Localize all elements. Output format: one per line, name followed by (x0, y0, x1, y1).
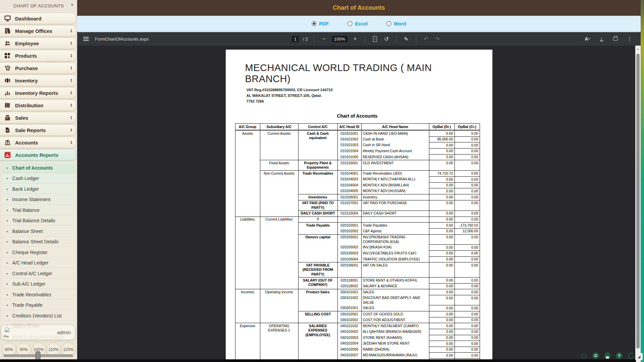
cell-dr: 0.00 (429, 278, 454, 284)
submenu-item-trade-receivables[interactable]: ▸Trade Receivables (2, 289, 75, 300)
submenu-item-trial-balance-details[interactable]: ▸Trial Balance Details (2, 216, 75, 226)
submenu-item-a-c-head-ledger[interactable]: ▸A/C Head Ledger (2, 258, 75, 268)
submenu-item-balance-sheet[interactable]: ▸Balance Sheet (2, 226, 75, 237)
table-row: ExpensesOPERATING EXPENSES 1SALARIES EXP… (235, 323, 480, 329)
zoom-level-input[interactable]: 100% (332, 36, 347, 42)
submenu-item-creditors-vendors-list[interactable]: ▸Creditors (Vendors) List (2, 310, 75, 321)
cell-dr: 0.00 (429, 335, 454, 341)
scrollbar-thumb[interactable] (636, 54, 640, 349)
refresh-icon[interactable] (627, 352, 635, 359)
zoom-out-button[interactable]: − (320, 35, 328, 43)
page-number-input[interactable]: 1 (292, 36, 299, 42)
cell-group: Incomes (235, 289, 260, 323)
table-column-header: A/C Head ID (337, 124, 361, 130)
cell-cr: 0.00 (454, 160, 480, 171)
format-radio-word[interactable]: Word (386, 21, 406, 26)
sidebar-item-dashboard[interactable]: Dashboard (0, 13, 76, 24)
annotate-pen-icon[interactable]: ✎ (402, 35, 410, 43)
switch-icon[interactable] (592, 352, 599, 359)
cell-id: 010104001 (337, 171, 361, 177)
cell-name: DAILY CASH SHORT (361, 210, 429, 217)
submenu-item-trade-payable[interactable]: ▸Trade Payable (2, 300, 75, 311)
radio-icon[interactable] (347, 21, 353, 26)
help-icon[interactable]: ? (615, 352, 623, 359)
cell-cr: 0.00 (454, 353, 480, 359)
sidebar-item-inventory-reports[interactable]: Inventory Reports▲▼ (0, 87, 76, 99)
cell-id: 020102001 (337, 223, 361, 229)
sidebar-item-employee[interactable]: Employee▲▼ (0, 38, 76, 49)
radio-icon[interactable] (312, 21, 317, 26)
sidebar-item-accounts[interactable]: Accounts▲▼ (0, 137, 76, 148)
expand-collapse-icon: ▲▼ (70, 41, 72, 45)
sidebar-header[interactable]: CHART OF ACCOUNTS ▼ (0, 0, 77, 11)
table-column-header: A/C Head Name (361, 124, 429, 130)
cell-id (337, 217, 361, 223)
cell-cr: 0.00 (454, 171, 480, 177)
page-titlebar: Chart of Accounts (77, 0, 641, 16)
text-annotation-icon[interactable]: A+ (584, 35, 591, 43)
cell-cr: 0.00 (454, 182, 480, 188)
table-row: Non-Current AssetsTrade Receivables01010… (235, 171, 480, 177)
user-profile-bar[interactable]: Pho admin (1, 325, 75, 340)
format-radio-excel[interactable]: Excel (347, 21, 368, 26)
submenu-item-cash-ledger[interactable]: ▸Cash Ledger (2, 173, 75, 184)
submenu-item-label: Chart of Accounts (12, 165, 53, 171)
cell-cr: 0.00 (454, 234, 480, 245)
submenu-item-label: Cheque Register (12, 250, 48, 255)
sidebar-item-distribution[interactable]: Distribution▲▼ (0, 100, 76, 111)
sidebar-item-sales[interactable]: Sales▲▼ (0, 112, 76, 123)
ui-zoom-slider[interactable] (3, 354, 73, 357)
menu-icon[interactable] (83, 37, 89, 41)
cell-cr: 0.00 (454, 250, 480, 256)
sidebar-item-sale-reports[interactable]: Sale Reports▲▼ (0, 124, 76, 136)
power-icon[interactable] (580, 352, 588, 359)
toolbar-divider (365, 36, 365, 42)
printer-icon[interactable] (604, 352, 611, 359)
submenu-arrow-icon: ▸ (7, 166, 8, 170)
expand-collapse-icon: ▲▼ (70, 140, 72, 144)
sidebar-item-products[interactable]: Products▲▼ (0, 50, 76, 61)
submenu-item-trial-balance[interactable]: ▸Trial Balance (2, 205, 75, 216)
inventory-boxes-icon (4, 77, 11, 84)
submenu-item-control-a-c-ledger[interactable]: ▸Control A/C Ledger (2, 268, 75, 279)
submenu-arrow-icon: ▸ (7, 261, 8, 264)
report-address-line: AL WAKALAT STREET, STREET-105, Qatar. (247, 94, 480, 98)
cell-dr: 0.00 (429, 182, 454, 188)
cell-id: 020118001 (337, 278, 361, 284)
format-radio-pdf[interactable]: PDF (312, 21, 329, 26)
sidebar-item-inventory[interactable]: Inventory▲▼ (0, 75, 76, 86)
submenu-item-bank-ledger[interactable]: ▸Bank Ledger (2, 184, 75, 194)
submenu-item-balance-sheet-details[interactable]: ▸Balance Sheet Details (2, 237, 75, 247)
submenu-item-sub-a-c-ledger[interactable]: ▸Sub A/C Ledger (2, 279, 75, 290)
window-edge-strip (641, 0, 644, 362)
ui-zoom-slider-thumb[interactable] (35, 351, 41, 360)
print-icon[interactable] (612, 35, 619, 43)
sidebar-item-purchase[interactable]: Purchase▲▼ (0, 62, 76, 74)
submenu-item-income-statement[interactable]: ▸Income Statement (2, 194, 75, 205)
cart-icon (4, 65, 11, 71)
redo-icon[interactable]: ↷ (434, 35, 441, 43)
submenu-item-chart-of-accounts[interactable]: ▸Chart of Accounts (2, 163, 75, 173)
more-options-icon[interactable]: ⋮ (626, 35, 633, 43)
undo-icon[interactable]: ↶ (422, 35, 430, 43)
cell-id: 010101004 (337, 148, 361, 154)
zoom-in-button[interactable]: + (352, 35, 359, 43)
fit-page-icon[interactable]: ↕ (371, 35, 379, 43)
download-icon[interactable]: ↓ (598, 35, 605, 43)
vertical-scrollbar[interactable]: ▲ (635, 46, 641, 362)
cell-name: Weekly Payment Cash Account (361, 148, 429, 154)
cell-dr: 0.00 (429, 289, 454, 295)
expand-icon[interactable]: ◢ (635, 353, 643, 360)
cell-cr: 0.00 (454, 317, 480, 323)
cell-control: VAT PAYABLE (RECEIVED FROM PARTY) (298, 262, 337, 278)
cell-id: 030102002 (337, 317, 361, 323)
rotate-icon[interactable]: ↺ (383, 35, 390, 43)
cell-name: STORE RENT & OTHERS KOFFIL (361, 278, 429, 284)
sidebar-item-manage-offices[interactable]: Manage Offices▲▼ (0, 25, 76, 37)
submenu-item-cheque-register[interactable]: ▸Cheque Register (2, 247, 75, 258)
pdf-viewer[interactable]: MECHANICAL WORLD TRADING ( MAIN BRANCH) … (77, 46, 641, 362)
sidebar-item-accounts-reports[interactable]: Accounts Reports (0, 149, 76, 161)
scroll-up-icon[interactable]: ▲ (635, 46, 641, 51)
radio-icon[interactable] (386, 21, 391, 26)
cell-dr: 0.00 (429, 305, 454, 311)
